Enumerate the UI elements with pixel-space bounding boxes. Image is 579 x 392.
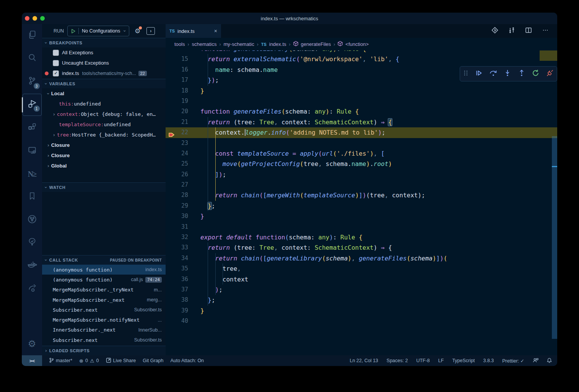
code-line[interactable]: 19 <box>166 96 557 106</box>
eol[interactable]: LF <box>438 358 444 363</box>
encoding[interactable]: UTF-8 <box>416 358 429 363</box>
code-line[interactable]: 26 ]); <box>166 169 557 180</box>
code-line[interactable]: 36 context <box>166 274 557 285</box>
code-line[interactable]: 15 return externalSchematic('@nrwl/works… <box>166 54 557 64</box>
code-line[interactable]: 28 return chain([mergeWith(templateSourc… <box>166 190 557 200</box>
breakpoint-row[interactable]: All Exceptions <box>42 47 166 58</box>
breadcrumb-item[interactable]: <function> <box>345 41 369 47</box>
git-branch[interactable]: master* <box>49 358 72 364</box>
search-activity-item[interactable] <box>23 47 41 70</box>
call-stack-frame[interactable]: Subscriber.nextSubscriber.ts <box>42 305 166 315</box>
breadcrumb-item[interactable]: my-schematic <box>224 41 254 47</box>
call-stack-frame[interactable]: MergeMapSubscriber._tryNextm... <box>42 285 166 295</box>
nx-console-activity-item[interactable]: N≥ <box>23 163 41 185</box>
tab-index-ts[interactable]: TS index.ts × <box>166 24 221 38</box>
step-out-icon[interactable] <box>518 69 525 78</box>
call-stack-frame[interactable]: InnerSubscriber._nextInnerSub... <box>42 325 166 335</box>
breakpoints-header[interactable]: ›BREAKPOINTS <box>42 38 166 47</box>
split-editor-icon[interactable] <box>525 27 532 35</box>
code-line[interactable]: 21 return (tree: Tree, context: Schemati… <box>166 117 557 127</box>
compare-changes-icon[interactable] <box>508 27 515 35</box>
manage-activity-item[interactable]: ⚙ <box>23 332 41 355</box>
problems[interactable]: ⊗0⚠0 <box>79 358 99 364</box>
live-share-activity-item[interactable] <box>23 277 41 300</box>
explorer-activity-item[interactable] <box>23 24 41 47</box>
call-stack-frame[interactable]: MergeMapSubscriber._nextmerg... <box>42 295 166 305</box>
launch-config-dropdown[interactable]: No Configurations › <box>67 26 129 36</box>
breadcrumb-item[interactable]: schematics <box>192 41 216 47</box>
notifications-bell-icon[interactable] <box>547 358 552 364</box>
code-line[interactable]: 14function generateLibrary(schema: any):… <box>166 50 557 54</box>
restart-icon[interactable] <box>532 69 540 78</box>
continue-icon[interactable] <box>475 69 483 78</box>
git-graph[interactable]: Git Graph <box>143 358 163 363</box>
variables-scope-row[interactable]: ›Closure <box>42 140 166 150</box>
feedback-icon[interactable] <box>533 358 538 364</box>
source-control-activity-item[interactable]: 3 <box>23 70 41 93</box>
breadcrumb-item[interactable]: index.ts <box>269 41 286 47</box>
current-code-line[interactable]: 22 context.logger.info('adding NOTES.md … <box>166 127 557 138</box>
prettier[interactable]: Prettier: ✓ <box>502 358 524 364</box>
test-tree-activity-item[interactable] <box>23 231 41 254</box>
run-debug-activity-item[interactable]: 1 <box>23 94 42 116</box>
code-line[interactable]: 18} <box>166 86 557 96</box>
call-stack-frame[interactable]: (anonymous function)index.ts <box>42 265 166 275</box>
remote-explorer-activity-item[interactable] <box>23 140 41 163</box>
code-line[interactable]: 37 ); <box>166 285 557 295</box>
variable-row[interactable]: ›tree: HostTree {_backend: ScopedH… <box>42 130 166 140</box>
code-line[interactable]: 27 <box>166 180 557 190</box>
close-tab-icon[interactable]: × <box>214 28 217 34</box>
code-line[interactable]: 38 }; <box>166 295 557 305</box>
open-changes-icon[interactable] <box>491 27 498 35</box>
watch-header[interactable]: ›WATCH <box>42 182 166 192</box>
code-area[interactable]: 14function generateLibrary(schema: any):… <box>166 50 557 355</box>
call-stack-frame[interactable]: (anonymous function)call.js74:24 <box>42 275 166 285</box>
variables-scope-row[interactable]: ›Closure <box>42 150 166 161</box>
code-line[interactable]: 25 move(getProjectConfig(tree, schema.na… <box>166 159 557 169</box>
ts-version[interactable]: 3.8.3 <box>483 358 494 363</box>
variables-scope-row[interactable]: ›Global <box>42 161 166 171</box>
code-line[interactable]: 34 return chain([generateLibrary(schema)… <box>166 253 557 264</box>
variable-row[interactable]: this: undefined <box>42 99 166 109</box>
code-line[interactable]: 39} <box>166 306 557 316</box>
code-line[interactable]: 31 <box>166 222 557 232</box>
breakpoint-row[interactable]: Uncaught Exceptions <box>42 58 166 68</box>
step-over-icon[interactable] <box>489 69 498 78</box>
call-stack-frame[interactable]: Subscriber.nextSubscriber.ts <box>42 335 166 345</box>
code-line[interactable]: 33 return (tree: Tree, context: Schemati… <box>166 242 557 253</box>
chevron-right-icon[interactable]: › <box>47 163 49 169</box>
breadcrumb-item[interactable]: generateFiles <box>301 41 331 47</box>
call-stack-header[interactable]: ›CALL STACK PAUSED ON BREAKPOINT <box>42 255 166 265</box>
debug-settings-gear-icon[interactable]: ⚙ <box>135 27 140 35</box>
language-mode[interactable]: TypeScript <box>452 358 475 363</box>
chevron-right-icon[interactable]: › <box>53 112 55 117</box>
variable-row[interactable]: ›context: Object {debug: false, en… <box>42 109 166 119</box>
chevron-down-icon[interactable]: › <box>46 93 51 94</box>
more-actions-icon[interactable] <box>542 27 549 35</box>
disconnect-icon[interactable] <box>546 69 554 78</box>
docker-activity-item[interactable] <box>23 254 41 277</box>
code-line[interactable]: 20function generateFiles(schema: any): R… <box>166 106 557 117</box>
chevron-right-icon[interactable]: › <box>53 132 55 138</box>
loaded-scripts-header[interactable]: ›LOADED SCRIPTS <box>42 346 166 355</box>
code-line[interactable]: 24 const templateSource = apply(url('./f… <box>166 148 557 159</box>
bookmarks-activity-item[interactable] <box>23 185 41 208</box>
start-debug-icon[interactable] <box>71 29 76 34</box>
live-share[interactable]: Live Share <box>106 358 136 364</box>
auto-attach[interactable]: Auto Attach: On <box>171 358 204 363</box>
debug-console-icon[interactable]: › <box>146 27 155 35</box>
call-stack-frame[interactable]: MergeMapSubscriber.notifyNext... <box>42 315 166 325</box>
breakpoint-checkbox[interactable] <box>53 50 59 56</box>
variables-scope-row[interactable]: ›Local <box>42 88 166 99</box>
breadcrumb-item[interactable]: tools <box>174 41 185 47</box>
code-line[interactable]: 23 <box>166 138 557 148</box>
code-line[interactable]: 40 <box>166 316 557 326</box>
cursor-position[interactable]: Ln 22, Col 13 <box>350 358 378 363</box>
indentation[interactable]: Spaces: 2 <box>387 358 408 363</box>
extensions-activity-item[interactable] <box>23 117 41 140</box>
code-line[interactable]: 32export default function(schema: any): … <box>166 232 557 242</box>
breakpoint-row[interactable]: ✓index.tstools/schematics/my-sch...22 <box>42 68 166 78</box>
variable-row[interactable]: templateSource: undefined <box>42 119 166 130</box>
breakpoint-checkbox[interactable]: ✓ <box>53 70 59 76</box>
step-into-icon[interactable] <box>504 69 511 78</box>
